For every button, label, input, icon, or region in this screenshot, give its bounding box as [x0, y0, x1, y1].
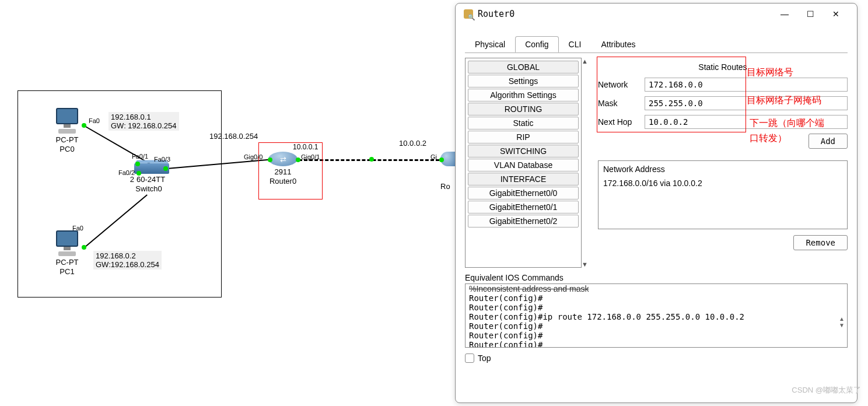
router0-port-left: Gig0/0	[244, 153, 262, 160]
port-dot	[268, 158, 272, 162]
pc-icon	[52, 230, 82, 257]
remove-button[interactable]: Remove	[793, 235, 848, 250]
maximize-button[interactable]: ☐	[797, 6, 823, 22]
topology-canvas[interactable]: PC-PTPC0 Fa0 192.168.0.1GW: 192.168.0.25…	[0, 0, 455, 406]
router0-model: 2911	[275, 167, 292, 176]
switch-name: Switch0	[135, 184, 162, 193]
minimize-button[interactable]: —	[772, 6, 797, 22]
router0-wan-ip: 10.0.0.1	[290, 142, 320, 152]
port-dot	[163, 166, 168, 171]
pc1-name: PC1	[60, 267, 74, 276]
tab-physical[interactable]: Physical	[465, 36, 515, 52]
top-checkbox[interactable]	[465, 354, 474, 363]
form-title: Static Routes	[598, 58, 848, 78]
ios-commands-section: Equivalent IOS Commands %Inconsistent ad…	[465, 273, 848, 348]
tab-cli[interactable]: CLI	[559, 36, 592, 52]
device-router0[interactable]: 2911Router0	[268, 152, 298, 186]
pc0-type: PC-PT	[56, 135, 79, 144]
pc1-type: PC-PT	[56, 258, 79, 267]
network-label: Network	[598, 80, 645, 89]
pc1-port: Fa0	[72, 225, 83, 232]
ios-output: Router(config)# Router(config)# Router(c…	[469, 293, 844, 348]
nav-header-global[interactable]: GLOBAL	[468, 61, 579, 74]
port-dot	[82, 245, 86, 250]
scroll-down-icon[interactable]: ▼	[582, 261, 590, 268]
switch-port3: Fa0/3	[154, 156, 170, 163]
annotation-network: 目标网络号	[747, 65, 793, 79]
pc0-ip-label: 192.168.0.1GW: 192.168.0.254	[108, 112, 179, 131]
window-title: Router0	[478, 9, 772, 19]
nav-algorithm-settings[interactable]: Algorithm Settings	[468, 89, 579, 102]
annotation-mask: 目标网络子网掩码	[747, 93, 821, 107]
router1-wan-ip: 10.0.0.2	[397, 138, 429, 148]
pc0-port: Fa0	[89, 117, 100, 124]
port-dot	[369, 157, 374, 162]
route-list[interactable]: Network Address 172.168.0.0/16 via 10.0.…	[598, 160, 848, 229]
pc-icon	[52, 108, 82, 134]
router1-name: Ro	[440, 182, 450, 191]
pc0-name: PC0	[60, 145, 74, 153]
port-dot	[135, 162, 140, 166]
pc1-ip-label: 192.168.0.2GW:192.168.0.254	[93, 251, 162, 270]
device-pc1[interactable]: PC-PTPC1	[52, 230, 82, 276]
nav-static[interactable]: Static	[468, 117, 579, 130]
close-button[interactable]: ✕	[823, 6, 849, 22]
nav-gig0-2[interactable]: GigabitEthernet0/2	[468, 215, 579, 228]
static-routes-form: Static Routes Network Mask Next Hop Add …	[598, 58, 848, 268]
ios-line-error: %Inconsistent address and mask	[469, 284, 844, 293]
switch-port1: Fa0/1	[132, 153, 148, 160]
nav-gig0-0[interactable]: GigabitEthernet0/0	[468, 187, 579, 200]
nav-gig0-1[interactable]: GigabitEthernet0/1	[468, 201, 579, 214]
watermark: CSDN @嘟嘟太菜了	[792, 385, 861, 396]
port-dot	[296, 158, 300, 162]
window-footer: Top	[456, 348, 857, 369]
scroll-up-icon[interactable]: ▲	[582, 58, 590, 65]
top-label: Top	[478, 354, 491, 363]
config-nav: GLOBAL Settings Algorithm Settings ROUTI…	[465, 58, 582, 268]
nav-vlan-database[interactable]: VLAN Database	[468, 159, 579, 172]
network-input[interactable]	[645, 78, 848, 92]
tab-attributes[interactable]: Attributes	[591, 36, 645, 52]
tab-bar: Physical Config CLI Attributes	[456, 36, 857, 52]
nav-header-interface[interactable]: INTERFACE	[468, 173, 579, 186]
tab-config[interactable]: Config	[515, 36, 558, 52]
mask-label: Mask	[598, 99, 645, 108]
switch-port2: Fa0/2	[118, 169, 135, 176]
route-entry[interactable]: 172.168.0.0/16 via 10.0.0.2	[603, 178, 842, 188]
router-icon	[464, 9, 473, 19]
router0-port-right: Gig0/1	[301, 153, 320, 160]
nav-header-switching[interactable]: SWITCHING	[468, 145, 579, 158]
router0-name: Router0	[270, 177, 296, 186]
term-scrollbar[interactable]: ▲▼	[839, 316, 846, 328]
router0-config-window: Router0 — ☐ ✕ Physical Config CLI Attrib…	[455, 3, 858, 403]
port-dot	[136, 171, 141, 176]
route-list-header: Network Address	[603, 164, 842, 174]
nav-rip[interactable]: RIP	[468, 131, 579, 144]
device-pc0[interactable]: PC-PTPC0	[52, 108, 82, 153]
nexthop-label: Next Hop	[598, 117, 645, 127]
annotation-nexthop: 下一跳（向哪个端口转发）	[750, 116, 824, 145]
nav-settings[interactable]: Settings	[468, 75, 579, 88]
ios-terminal[interactable]: %Inconsistent address and mask Router(co…	[465, 284, 848, 348]
port-dot	[82, 123, 86, 128]
router0-lan-ip: 192.168.0.254	[207, 131, 260, 141]
router-icon	[268, 152, 298, 166]
switch-model: 60-24TT	[136, 175, 165, 184]
nav-scrollbar[interactable]: ▲▼	[582, 58, 590, 268]
router1-port: Gi	[430, 153, 437, 160]
titlebar[interactable]: Router0 — ☐ ✕	[456, 4, 857, 24]
ios-label: Equivalent IOS Commands	[465, 273, 848, 282]
port-dot	[439, 158, 444, 162]
nav-header-routing[interactable]: ROUTING	[468, 103, 579, 116]
